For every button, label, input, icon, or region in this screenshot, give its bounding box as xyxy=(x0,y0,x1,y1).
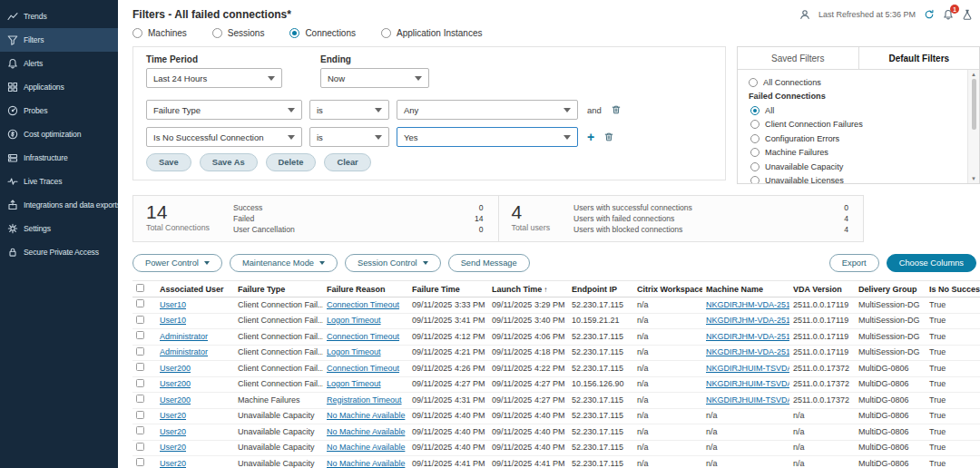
failure-reason-link[interactable]: Logon Timeout xyxy=(327,316,381,325)
save-as-button[interactable]: Save As xyxy=(200,153,258,171)
column-header-failure-reason[interactable]: Failure Reason xyxy=(323,281,408,297)
filter-option-machine-failures[interactable]: Machine Failures xyxy=(749,146,964,161)
sidebar-item-settings[interactable]: Settings xyxy=(0,217,118,240)
associated-user-link[interactable]: User10 xyxy=(160,300,186,309)
sidebar-item-alerts[interactable]: Alerts xyxy=(0,52,118,75)
sidebar-item-filters[interactable]: Filters xyxy=(0,28,118,52)
condition-operator-select[interactable]: is xyxy=(309,100,389,120)
associated-user-link[interactable]: Administrator xyxy=(160,332,208,341)
failure-reason-link[interactable]: Connection Timeout xyxy=(327,332,399,341)
column-header-delivery-group[interactable]: Delivery Group xyxy=(855,281,926,297)
delete-button[interactable]: Delete xyxy=(266,153,317,171)
failure-reason-link[interactable]: No Machine Available xyxy=(327,427,405,436)
associated-user-link[interactable]: Administrator xyxy=(160,347,208,356)
sidebar-item-applications[interactable]: Applications xyxy=(0,75,118,99)
user-icon[interactable] xyxy=(799,9,810,20)
row-checkbox[interactable] xyxy=(136,411,144,419)
condition-value-select[interactable]: Any xyxy=(397,100,578,120)
failure-reason-link[interactable]: Logon Timeout xyxy=(327,379,381,388)
filter-option-unavailable-licenses[interactable]: Unavailable Licenses xyxy=(749,174,964,184)
clear-button[interactable]: Clear xyxy=(324,153,370,171)
column-header-vda-version[interactable]: VDA Version xyxy=(789,281,855,297)
failure-reason-link[interactable]: No Machine Available xyxy=(327,443,405,452)
filter-option-client-connection-failures[interactable]: Client Connection Failures xyxy=(749,118,964,132)
export-button[interactable]: Export xyxy=(829,254,879,272)
failure-reason-link[interactable]: Connection Timeout xyxy=(327,364,399,373)
row-checkbox[interactable] xyxy=(136,316,144,324)
machine-name-link[interactable]: NKGDIRJHM-VDA-2511 xyxy=(706,316,789,325)
column-header-launch-time[interactable]: Launch Time↑ xyxy=(488,281,568,297)
column-header-endpoint-ip[interactable]: Endpoint IP xyxy=(568,281,633,297)
scrollbar[interactable]: ▲ ▼ xyxy=(967,70,979,183)
column-header-machine-name[interactable]: Machine Name xyxy=(702,281,789,297)
send-message-button[interactable]: Send Message xyxy=(448,254,530,272)
row-checkbox[interactable] xyxy=(136,331,144,339)
column-header-failure-type[interactable]: Failure Type xyxy=(234,281,323,297)
scrollbar-thumb[interactable] xyxy=(972,79,976,130)
scroll-down-icon[interactable]: ▼ xyxy=(971,176,976,181)
time-period-select[interactable]: Last 24 Hours xyxy=(146,68,282,88)
associated-user-link[interactable]: User200 xyxy=(160,395,191,405)
failure-reason-link[interactable]: No Machine Available xyxy=(327,411,405,420)
filter-option-all[interactable]: All xyxy=(749,103,964,118)
filter-option-unavailable-capacity[interactable]: Unavailable Capacity xyxy=(749,160,964,174)
choose-columns-button[interactable]: Choose Columns xyxy=(887,254,976,272)
select-all-checkbox[interactable] xyxy=(136,284,144,292)
flask-icon[interactable] xyxy=(962,9,973,20)
row-checkbox[interactable] xyxy=(136,443,144,451)
row-checkbox[interactable] xyxy=(136,363,144,371)
condition-operator-select[interactable]: is xyxy=(309,127,389,147)
delete-condition-button[interactable] xyxy=(603,132,614,142)
column-header-associated-user[interactable]: Associated User xyxy=(156,281,234,297)
scroll-up-icon[interactable]: ▲ xyxy=(971,72,976,77)
failure-reason-link[interactable]: Registration Timeout xyxy=(327,395,402,405)
machine-name-link[interactable]: NKGDIRJHM-VDA-2511 xyxy=(706,332,789,341)
sidebar-item-cost-optimization[interactable]: Cost optimization xyxy=(0,122,118,146)
associated-user-link[interactable]: User20 xyxy=(160,443,186,452)
sidebar-item-secure-private-access[interactable]: Secure Private Access xyxy=(0,240,118,264)
sidebar-item-infrastructure[interactable]: Infrastructure xyxy=(0,146,118,170)
associated-user-link[interactable]: User20 xyxy=(160,427,186,436)
machine-name-link[interactable]: NKGDIRJHM-VDA-2511 xyxy=(706,347,789,356)
associated-user-link[interactable]: User20 xyxy=(160,411,186,420)
failure-reason-link[interactable]: Logon Timeout xyxy=(327,347,381,356)
condition-field-select[interactable]: Is No Successful Connection xyxy=(146,127,302,147)
associated-user-link[interactable]: User20 xyxy=(160,459,186,468)
machine-name-link[interactable]: NKGDIRJHUIM-TSVDA xyxy=(706,379,789,388)
filter-option-all-connections[interactable]: All Connections xyxy=(749,75,964,90)
view-radio-connections[interactable]: Connections xyxy=(289,28,356,38)
refresh-icon[interactable] xyxy=(924,9,935,20)
row-checkbox[interactable] xyxy=(136,426,144,434)
save-button[interactable]: Save xyxy=(146,153,191,171)
machine-name-link[interactable]: NKGDIRJHUIM-TSVDA xyxy=(706,395,789,405)
condition-value-select[interactable]: Yes xyxy=(397,127,578,147)
column-header-citrix-workspace[interactable]: Citrix Workspace ... xyxy=(633,281,702,297)
failure-reason-link[interactable]: No Machine Available xyxy=(327,459,405,468)
filter-option-configuration-errors[interactable]: Configuration Errors xyxy=(749,132,964,146)
delete-condition-button[interactable] xyxy=(611,104,622,115)
row-checkbox[interactable] xyxy=(136,395,144,403)
row-checkbox[interactable] xyxy=(136,299,144,307)
add-condition-button[interactable]: + xyxy=(585,131,596,143)
row-checkbox[interactable] xyxy=(136,379,144,387)
session-control-button[interactable]: Session Control xyxy=(345,254,441,272)
associated-user-link[interactable]: User200 xyxy=(160,364,191,373)
sidebar-item-live-traces[interactable]: Live Traces xyxy=(0,170,118,193)
alerts-bell-button[interactable]: 1 xyxy=(943,9,954,20)
column-header-is-no-successful[interactable]: Is No Successful ... xyxy=(926,281,980,297)
failure-reason-link[interactable]: Connection Timeout xyxy=(327,300,399,309)
column-header-failure-time[interactable]: Failure Time xyxy=(408,281,488,297)
sidebar-item-integrations[interactable]: Integrations and data exports xyxy=(0,193,118,217)
row-checkbox[interactable] xyxy=(136,458,144,466)
tab-default-filters[interactable]: Default Filters xyxy=(858,47,980,69)
sidebar-item-probes[interactable]: Probes xyxy=(0,99,118,122)
associated-user-link[interactable]: User200 xyxy=(160,379,191,388)
condition-field-select[interactable]: Failure Type xyxy=(146,100,302,120)
ending-select[interactable]: Now xyxy=(320,68,429,88)
power-control-button[interactable]: Power Control xyxy=(132,254,222,272)
view-radio-sessions[interactable]: Sessions xyxy=(212,28,265,38)
row-checkbox[interactable] xyxy=(136,347,144,356)
associated-user-link[interactable]: User10 xyxy=(160,316,186,325)
maintenance-mode-button[interactable]: Maintenance Mode xyxy=(230,254,338,272)
machine-name-link[interactable]: NKGDIRJHM-VDA-2511 xyxy=(706,300,789,309)
